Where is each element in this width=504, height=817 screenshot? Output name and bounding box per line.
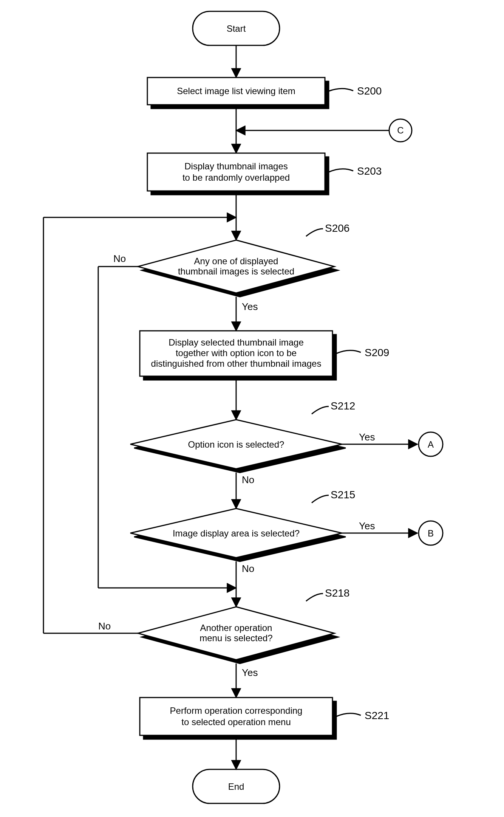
svg-text:Option icon is selected?: Option icon is selected? — [188, 439, 284, 450]
svg-text:C: C — [397, 125, 404, 135]
svg-text:Perform operation correspondin: Perform operation corresponding — [170, 705, 303, 716]
node-s209: Display selected thumbnail image togethe… — [140, 331, 336, 380]
svg-text:No: No — [113, 253, 126, 264]
svg-text:menu is selected?: menu is selected? — [199, 633, 272, 643]
svg-text:Start: Start — [227, 23, 246, 34]
svg-text:Any one of displayed: Any one of displayed — [194, 256, 278, 266]
svg-text:No: No — [242, 474, 254, 485]
svg-rect-63 — [140, 698, 332, 735]
label-s212: S212 — [331, 400, 355, 412]
node-s200: Select image list viewing item — [147, 78, 329, 109]
svg-text:Image display area is selected: Image display area is selected? — [173, 528, 300, 538]
connector-c: C — [389, 119, 412, 142]
node-start: Start — [193, 11, 280, 45]
svg-text:B: B — [428, 528, 434, 538]
node-s206: Any one of displayed thumbnail images is… — [138, 240, 338, 297]
label-s200: S200 — [357, 85, 382, 97]
svg-text:Yes: Yes — [242, 667, 258, 678]
svg-text:to be randomly overlapped: to be randomly overlapped — [182, 172, 290, 183]
label-s203: S203 — [357, 165, 382, 177]
svg-text:Another operation: Another operation — [200, 623, 272, 633]
svg-text:distinguished from other thumb: distinguished from other thumbnail image… — [151, 358, 322, 369]
svg-rect-12 — [147, 153, 325, 191]
svg-text:No: No — [98, 620, 111, 632]
svg-text:A: A — [428, 439, 434, 450]
connector-a: A — [419, 432, 443, 456]
node-s203: Display thumbnail images to be randomly … — [147, 153, 329, 195]
node-s218: Another operation menu is selected? — [138, 607, 338, 664]
svg-text:Select image list viewing item: Select image list viewing item — [177, 86, 295, 96]
label-s206: S206 — [325, 222, 349, 234]
connector-b: B — [419, 521, 443, 545]
node-s215: Image display area is selected? — [130, 508, 346, 561]
svg-text:Display thumbnail images: Display thumbnail images — [184, 161, 288, 171]
svg-text:Yes: Yes — [359, 431, 375, 443]
svg-text:thumbnail images is selected: thumbnail images is selected — [178, 266, 294, 276]
svg-text:No: No — [242, 563, 254, 574]
svg-text:together with option icon to b: together with option icon to be — [176, 348, 297, 358]
node-end: End — [193, 769, 280, 803]
svg-text:Yes: Yes — [359, 520, 375, 532]
label-s215: S215 — [331, 489, 355, 501]
node-s212: Option icon is selected? — [130, 420, 346, 473]
label-s218: S218 — [325, 587, 349, 599]
node-s221: Perform operation corresponding to selec… — [140, 698, 336, 739]
svg-text:Display selected thumbnail ima: Display selected thumbnail image — [169, 337, 304, 347]
label-s209: S209 — [365, 347, 389, 358]
label-s221: S221 — [365, 710, 389, 721]
flowchart-diagram: Start Select image list viewing item S20… — [0, 0, 504, 817]
svg-text:to selected operation menu: to selected operation menu — [181, 717, 291, 727]
svg-text:Yes: Yes — [242, 301, 258, 312]
svg-text:End: End — [228, 781, 244, 792]
